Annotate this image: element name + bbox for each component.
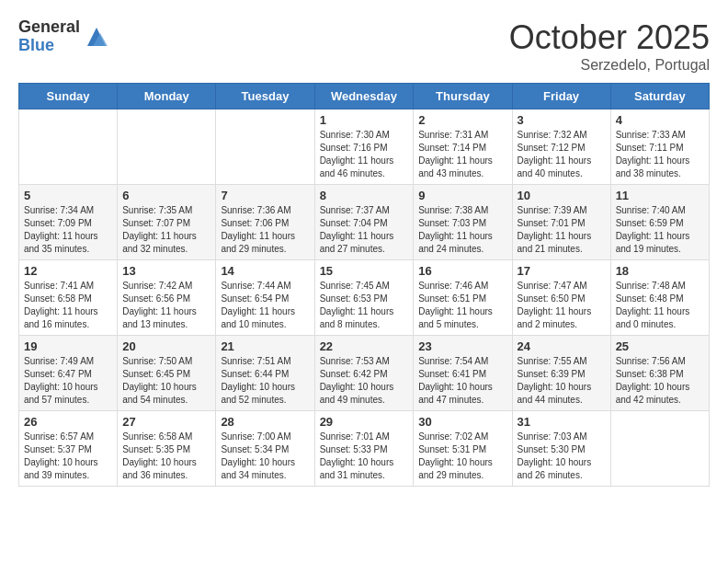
- calendar-week-row: 26Sunrise: 6:57 AM Sunset: 5:37 PM Dayli…: [19, 411, 710, 487]
- weekday-header-sunday: Sunday: [19, 84, 118, 109]
- calendar-cell: [118, 109, 216, 185]
- calendar-cell: 15Sunrise: 7:45 AM Sunset: 6:53 PM Dayli…: [314, 260, 414, 336]
- calendar-cell: 8Sunrise: 7:37 AM Sunset: 7:04 PM Daylig…: [314, 185, 414, 260]
- calendar-cell: 13Sunrise: 7:42 AM Sunset: 6:56 PM Dayli…: [118, 260, 216, 336]
- day-number: 14: [221, 264, 309, 278]
- day-info: Sunrise: 7:30 AM Sunset: 7:16 PM Dayligh…: [320, 129, 409, 180]
- day-info: Sunrise: 7:00 AM Sunset: 5:34 PM Dayligh…: [221, 431, 309, 482]
- day-number: 2: [418, 113, 506, 127]
- logo-blue-text: Blue: [18, 37, 80, 55]
- day-info: Sunrise: 6:58 AM Sunset: 5:35 PM Dayligh…: [122, 431, 210, 482]
- calendar-cell: 9Sunrise: 7:38 AM Sunset: 7:03 PM Daylig…: [414, 185, 512, 260]
- calendar-cell: 5Sunrise: 7:34 AM Sunset: 7:09 PM Daylig…: [19, 185, 118, 260]
- day-info: Sunrise: 7:01 AM Sunset: 5:33 PM Dayligh…: [320, 431, 409, 482]
- day-number: 24: [518, 339, 606, 353]
- day-number: 3: [518, 113, 606, 127]
- calendar-cell: 14Sunrise: 7:44 AM Sunset: 6:54 PM Dayli…: [216, 260, 314, 336]
- day-info: Sunrise: 7:02 AM Sunset: 5:31 PM Dayligh…: [418, 431, 506, 482]
- calendar-cell: 31Sunrise: 7:03 AM Sunset: 5:30 PM Dayli…: [512, 411, 610, 487]
- day-number: 1: [320, 113, 409, 127]
- calendar-cell: 3Sunrise: 7:32 AM Sunset: 7:12 PM Daylig…: [512, 109, 610, 185]
- calendar-cell: 27Sunrise: 6:58 AM Sunset: 5:35 PM Dayli…: [118, 411, 216, 487]
- day-info: Sunrise: 7:39 AM Sunset: 7:01 PM Dayligh…: [518, 204, 606, 256]
- calendar-cell: 2Sunrise: 7:31 AM Sunset: 7:14 PM Daylig…: [414, 109, 512, 185]
- calendar-cell: 16Sunrise: 7:46 AM Sunset: 6:51 PM Dayli…: [414, 260, 512, 336]
- calendar-cell: [216, 109, 314, 185]
- calendar-week-row: 19Sunrise: 7:49 AM Sunset: 6:47 PM Dayli…: [19, 336, 710, 411]
- day-info: Sunrise: 7:44 AM Sunset: 6:54 PM Dayligh…: [221, 280, 309, 331]
- day-info: Sunrise: 7:45 AM Sunset: 6:53 PM Dayligh…: [320, 280, 409, 331]
- day-info: Sunrise: 7:34 AM Sunset: 7:09 PM Dayligh…: [24, 204, 112, 256]
- day-number: 25: [616, 339, 704, 353]
- day-info: Sunrise: 7:47 AM Sunset: 6:50 PM Dayligh…: [518, 280, 606, 331]
- day-info: Sunrise: 7:38 AM Sunset: 7:03 PM Dayligh…: [418, 204, 506, 256]
- page-header: General Blue October 2025 Serzedelo, Por…: [18, 18, 710, 74]
- calendar-cell: [610, 411, 709, 487]
- day-info: Sunrise: 6:57 AM Sunset: 5:37 PM Dayligh…: [24, 431, 112, 482]
- day-number: 10: [518, 189, 606, 202]
- day-info: Sunrise: 7:55 AM Sunset: 6:39 PM Dayligh…: [518, 355, 606, 407]
- day-number: 29: [320, 415, 409, 429]
- calendar-cell: 21Sunrise: 7:51 AM Sunset: 6:44 PM Dayli…: [216, 336, 314, 411]
- day-info: Sunrise: 7:31 AM Sunset: 7:14 PM Dayligh…: [418, 129, 506, 180]
- day-number: 27: [122, 415, 210, 429]
- calendar-cell: 1Sunrise: 7:30 AM Sunset: 7:16 PM Daylig…: [314, 109, 414, 185]
- calendar-cell: 17Sunrise: 7:47 AM Sunset: 6:50 PM Dayli…: [512, 260, 610, 336]
- calendar-week-row: 1Sunrise: 7:30 AM Sunset: 7:16 PM Daylig…: [19, 109, 710, 185]
- calendar-cell: 23Sunrise: 7:54 AM Sunset: 6:41 PM Dayli…: [414, 336, 512, 411]
- location: Serzedelo, Portugal: [509, 57, 710, 74]
- calendar-cell: 28Sunrise: 7:00 AM Sunset: 5:34 PM Dayli…: [216, 411, 314, 487]
- day-number: 23: [418, 339, 506, 353]
- day-number: 28: [221, 415, 309, 429]
- day-number: 30: [418, 415, 506, 429]
- day-number: 15: [320, 264, 409, 278]
- day-info: Sunrise: 7:35 AM Sunset: 7:07 PM Dayligh…: [122, 204, 210, 256]
- day-info: Sunrise: 7:37 AM Sunset: 7:04 PM Dayligh…: [320, 204, 409, 256]
- day-info: Sunrise: 7:51 AM Sunset: 6:44 PM Dayligh…: [221, 355, 309, 407]
- day-info: Sunrise: 7:40 AM Sunset: 6:59 PM Dayligh…: [616, 204, 704, 256]
- day-number: 4: [616, 113, 704, 127]
- day-number: 9: [418, 189, 506, 202]
- calendar-cell: 20Sunrise: 7:50 AM Sunset: 6:45 PM Dayli…: [118, 336, 216, 411]
- day-number: 20: [122, 339, 210, 353]
- day-info: Sunrise: 7:49 AM Sunset: 6:47 PM Dayligh…: [24, 355, 112, 407]
- weekday-header-tuesday: Tuesday: [216, 84, 314, 109]
- day-info: Sunrise: 7:32 AM Sunset: 7:12 PM Dayligh…: [518, 129, 606, 180]
- day-number: 21: [221, 339, 309, 353]
- calendar-cell: 6Sunrise: 7:35 AM Sunset: 7:07 PM Daylig…: [118, 185, 216, 260]
- calendar-cell: 4Sunrise: 7:33 AM Sunset: 7:11 PM Daylig…: [610, 109, 709, 185]
- calendar-week-row: 5Sunrise: 7:34 AM Sunset: 7:09 PM Daylig…: [19, 185, 710, 260]
- calendar-week-row: 12Sunrise: 7:41 AM Sunset: 6:58 PM Dayli…: [19, 260, 710, 336]
- day-info: Sunrise: 7:50 AM Sunset: 6:45 PM Dayligh…: [122, 355, 210, 407]
- day-info: Sunrise: 7:36 AM Sunset: 7:06 PM Dayligh…: [221, 204, 309, 256]
- calendar-cell: 30Sunrise: 7:02 AM Sunset: 5:31 PM Dayli…: [414, 411, 512, 487]
- logo-icon: [84, 24, 109, 50]
- calendar-cell: 22Sunrise: 7:53 AM Sunset: 6:42 PM Dayli…: [314, 336, 414, 411]
- weekday-header-thursday: Thursday: [414, 84, 512, 109]
- logo-general-text: General: [18, 18, 80, 37]
- day-number: 22: [320, 339, 409, 353]
- logo: General Blue: [18, 18, 109, 55]
- calendar-cell: [19, 109, 118, 185]
- calendar-cell: 24Sunrise: 7:55 AM Sunset: 6:39 PM Dayli…: [512, 336, 610, 411]
- day-number: 17: [518, 264, 606, 278]
- day-number: 8: [320, 189, 409, 202]
- day-info: Sunrise: 7:46 AM Sunset: 6:51 PM Dayligh…: [418, 280, 506, 331]
- calendar-cell: 19Sunrise: 7:49 AM Sunset: 6:47 PM Dayli…: [19, 336, 118, 411]
- day-number: 18: [616, 264, 704, 278]
- title-block: October 2025 Serzedelo, Portugal: [509, 18, 710, 74]
- day-number: 19: [24, 339, 112, 353]
- calendar-cell: 7Sunrise: 7:36 AM Sunset: 7:06 PM Daylig…: [216, 185, 314, 260]
- weekday-header-monday: Monday: [118, 84, 216, 109]
- day-number: 12: [24, 264, 112, 278]
- day-info: Sunrise: 7:03 AM Sunset: 5:30 PM Dayligh…: [518, 431, 606, 482]
- day-number: 11: [616, 189, 704, 202]
- calendar-cell: 25Sunrise: 7:56 AM Sunset: 6:38 PM Dayli…: [610, 336, 709, 411]
- day-number: 5: [24, 189, 112, 202]
- day-number: 31: [518, 415, 606, 429]
- day-info: Sunrise: 7:41 AM Sunset: 6:58 PM Dayligh…: [24, 280, 112, 331]
- day-number: 13: [122, 264, 210, 278]
- weekday-header-friday: Friday: [512, 84, 610, 109]
- calendar-cell: 26Sunrise: 6:57 AM Sunset: 5:37 PM Dayli…: [19, 411, 118, 487]
- day-info: Sunrise: 7:54 AM Sunset: 6:41 PM Dayligh…: [418, 355, 506, 407]
